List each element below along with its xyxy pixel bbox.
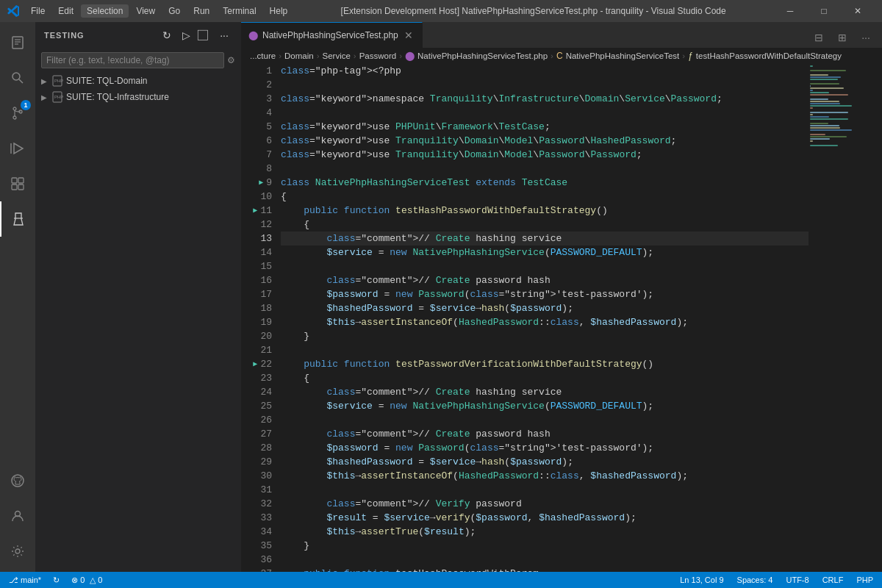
code-line-20: } [281, 329, 808, 343]
statusbar: ⎇ main* ↻ ⊗ 0 △ 0 Ln 13, Col 9 Spaces: 4… [0, 572, 882, 588]
split-editor-button[interactable]: ⊟ [808, 27, 829, 48]
line-number-24: 24 [241, 385, 278, 399]
minimap-line [810, 123, 828, 124]
code-line-32: class="comment">// Verify password [281, 497, 808, 511]
errors-warnings-status[interactable]: ⊗ 0 △ 0 [68, 572, 105, 588]
minimap-line [810, 94, 848, 96]
titlebar-controls: ─ □ ✕ [773, 0, 875, 22]
bc-file[interactable]: NativePhpHashingServiceTest.php [417, 51, 548, 60]
menu-selection[interactable]: Selection [81, 4, 129, 18]
minimap-line [810, 70, 846, 71]
activity-source-control[interactable]: 1 [0, 96, 35, 131]
bc-service[interactable]: Service [322, 51, 350, 60]
minimap-line [810, 76, 841, 78]
more-actions-button[interactable]: ··· [216, 27, 232, 43]
activity-extensions[interactable] [0, 166, 35, 201]
git-branch-status[interactable]: ⎇ main* [6, 572, 44, 588]
cursor-position-status[interactable]: Ln 13, Col 9 [677, 572, 726, 588]
main-area: 1 [0, 22, 882, 572]
activity-explorer[interactable] [0, 25, 35, 60]
activity-run[interactable] [0, 131, 35, 166]
code-line-9: class NativePhpHashingServiceTest extend… [281, 176, 808, 190]
more-tabs-button[interactable]: ··· [856, 27, 876, 48]
suite-tql-infrastructure[interactable]: ▶ PHP SUITE: TQL-Infrastructure [35, 89, 241, 105]
vscode-logo-icon [7, 5, 19, 17]
line-number-29: 29 [241, 455, 278, 469]
menu-file[interactable]: File [25, 4, 51, 18]
tabbar-tabs: ⬤ NativePhpHashingServiceTest.php ✕ [241, 22, 423, 48]
line-number-3: 3 [241, 92, 278, 106]
line-number-7: 7 [241, 148, 278, 162]
minimap-line [810, 101, 839, 102]
minimap-line [810, 107, 813, 109]
language-status[interactable]: PHP [853, 572, 876, 588]
code-line-5: class="keyword">use PHPUnit\Framework\Te… [281, 120, 808, 134]
menu-help[interactable]: Help [264, 4, 294, 18]
minimap-line [810, 87, 844, 89]
suite-tql-domain[interactable]: ▶ PHP SUITE: TQL-Domain [35, 73, 241, 89]
line-number-2: 2 [241, 78, 278, 92]
test-filter-input[interactable] [41, 52, 224, 68]
cancel-runs-button[interactable]: ⃞ [197, 27, 213, 43]
svg-line-5 [19, 79, 23, 83]
tab-native-php-hashing[interactable]: ⬤ NativePhpHashingServiceTest.php ✕ [241, 22, 423, 48]
filter-icon[interactable]: ⚙ [227, 55, 235, 65]
run-all-tests-button[interactable]: ▷ [178, 27, 194, 43]
run-test-button-22[interactable]: ▶ [253, 357, 257, 371]
code-area[interactable]: class="php-tag"><?php class="keyword">na… [278, 64, 808, 572]
svg-text:PHP: PHP [54, 79, 63, 83]
minimize-button[interactable]: ─ [773, 0, 807, 22]
menu-run[interactable]: Run [187, 4, 215, 18]
menu-view[interactable]: View [130, 4, 161, 18]
line-number-17: 17 [241, 287, 278, 301]
titlebar: File Edit Selection View Go Run Terminal… [0, 0, 882, 22]
line-number-5: 5 [241, 120, 278, 134]
menu-terminal[interactable]: Terminal [217, 4, 262, 18]
close-button[interactable]: ✕ [841, 0, 875, 22]
minimap-line [810, 79, 838, 80]
activitybar: 1 [0, 22, 35, 572]
bc-domain[interactable]: Domain [284, 51, 314, 60]
encoding-status[interactable]: UTF-8 [783, 572, 811, 588]
code-line-25: $service = new NativePhpHashingService(P… [281, 399, 808, 413]
minimap-line [810, 136, 847, 137]
run-test-button-9[interactable]: ▶ [259, 176, 263, 190]
run-test-button-11[interactable]: ▶ [253, 204, 257, 218]
refresh-tests-button[interactable]: ↻ [159, 27, 175, 43]
minimap-line [810, 103, 840, 104]
code-line-27: class="comment">// Create password hash [281, 427, 808, 441]
source-control-badge: 1 [21, 100, 31, 110]
code-line-11: public function testHashPasswordWithDefa… [281, 204, 808, 218]
code-line-3: class="keyword">namespace Tranquility\In… [281, 92, 808, 106]
menu-go[interactable]: Go [162, 4, 186, 18]
titlebar-left: File Edit Selection View Go Run Terminal… [7, 4, 293, 18]
code-line-37: public function testHashPasswordWithPara… [281, 567, 808, 572]
minimap-line [810, 90, 813, 91]
line-ending-status[interactable]: CRLF [820, 572, 847, 588]
activity-account[interactable] [0, 498, 35, 534]
statusbar-left: ⎇ main* ↻ ⊗ 0 △ 0 [6, 572, 105, 588]
tab-close-button[interactable]: ✕ [403, 29, 415, 41]
line-number-18: 18 [241, 301, 278, 315]
bc-password[interactable]: Password [359, 51, 397, 60]
activity-testing[interactable] [0, 201, 35, 237]
code-line-30: $this→assertInstanceOf(HashedPassword::c… [281, 469, 808, 483]
layout-button[interactable]: ⊞ [832, 27, 853, 48]
line-number-35: 35 [241, 539, 278, 553]
activity-github[interactable] [0, 463, 35, 498]
bc-method[interactable]: testHashPasswordWithDefaultStrategy [696, 51, 842, 60]
maximize-button[interactable]: □ [807, 0, 841, 22]
sync-status[interactable]: ↻ [50, 572, 62, 588]
activity-settings[interactable] [0, 534, 35, 569]
minimap [808, 64, 882, 572]
bc-class[interactable]: NativePhpHashingServiceTest [566, 51, 680, 60]
sidebar: TESTING ↻ ▷ ⃞ ··· ⚙ ▶ PHP SUITE: TQL-Dom… [35, 22, 241, 572]
indentation-status[interactable]: Spaces: 4 [734, 572, 776, 588]
menu-edit[interactable]: Edit [52, 4, 79, 18]
svg-rect-0 [12, 37, 23, 49]
suite-infrastructure-label: SUITE: TQL-Infrastructure [66, 92, 169, 102]
filter-box: ⚙ [35, 48, 241, 73]
activity-search[interactable] [0, 60, 35, 96]
bc-architecture[interactable]: ...cture [250, 51, 276, 60]
minimap-line [810, 112, 848, 113]
